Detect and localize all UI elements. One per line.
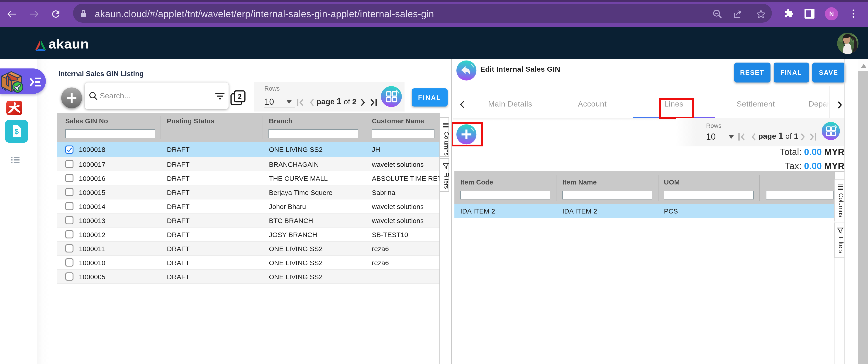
svg-text:$: $ <box>15 127 19 136</box>
svg-text:2: 2 <box>238 93 242 101</box>
